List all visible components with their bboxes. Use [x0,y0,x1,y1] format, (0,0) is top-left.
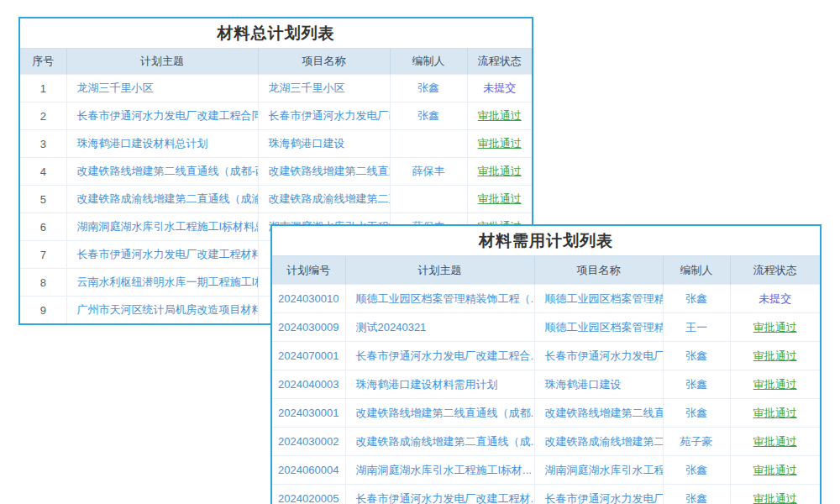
subject-cell[interactable]: 湖南洞庭湖水库引水工程施工I标材料总计划 [66,213,258,241]
plan-code-cell[interactable]: 2024020005 [272,485,345,504]
total-plan-title: 材料总计划列表 [20,18,532,48]
serial-cell: 1 [20,75,66,102]
column-header-editor: 编制人 [390,49,467,75]
status-cell[interactable]: 审批通过 [467,158,532,186]
table-row: 2024030001改建铁路线增建第二线直通线（成都...改建铁路线增建第二线直… [272,399,820,428]
table-row: 2024040003珠海鹤港口建设材料需用计划珠海鹤港口建设张鑫审批通过 [272,370,820,399]
subject-cell[interactable]: 长春市伊通河水力发电厂改建工程合... [345,342,534,370]
editor-cell[interactable]: 张鑫 [663,285,730,313]
editor-cell[interactable]: 苑子豪 [663,428,730,456]
table-row: 4改建铁路线增建第二线直通线（成都-西安）...改建铁路线增建第二线直通线（..… [20,158,532,186]
serial-cell: 3 [20,130,66,158]
status-cell[interactable]: 审批通过 [730,342,820,370]
table-row: 2024030002改建铁路成渝线增建第二直通线（成...改建铁路成渝线增建第二… [272,428,820,456]
status-cell[interactable]: 审批通过 [730,485,820,504]
status-cell[interactable]: 审批通过 [730,313,820,342]
plan-code-cell[interactable]: 2024040003 [272,370,345,399]
project-cell[interactable]: 珠海鹤港口建设 [534,370,663,399]
status-cell[interactable]: 审批通过 [467,186,532,213]
subject-cell[interactable]: 广州市天河区统计局机房改造项目材料总计划 [66,297,258,324]
serial-cell: 7 [20,241,66,269]
project-cell[interactable]: 湖南洞庭湖水库引水工程施工I标 [534,456,663,485]
plan-code-cell[interactable]: 2024030002 [272,428,345,456]
project-cell[interactable]: 改建铁路成渝线增建第二直通线... [258,186,390,213]
project-cell[interactable]: 长春市伊通河水力发电厂改建工程 [534,342,663,370]
editor-cell[interactable]: 张鑫 [663,485,730,504]
demand-plan-panel: 材料需用计划列表 计划编号 计划主题 项目名称 编制人 流程状态 2024030… [270,224,822,504]
subject-cell[interactable]: 长春市伊通河水力发电厂改建工程材... [345,485,534,504]
subject-cell[interactable]: 珠海鹤港口建设材料需用计划 [345,370,534,399]
serial-cell: 6 [20,213,66,241]
editor-cell [390,186,467,213]
plan-code-cell[interactable]: 2024030001 [272,399,345,428]
editor-cell[interactable]: 薛保丰 [390,158,467,186]
subject-cell[interactable]: 龙湖三千里小区 [66,75,258,102]
table-row: 1龙湖三千里小区龙湖三千里小区张鑫未提交 [20,75,532,102]
status-cell[interactable]: 审批通过 [730,399,820,428]
status-cell[interactable]: 审批通过 [467,130,532,158]
column-header-subject: 计划主题 [66,49,258,75]
project-cell[interactable]: 龙湖三千里小区 [258,75,390,102]
column-header-serial: 序号 [20,49,66,75]
demand-plan-header-row: 计划编号 计划主题 项目名称 编制人 流程状态 [272,256,820,285]
column-header-status: 流程状态 [467,49,532,75]
total-plan-header-row: 序号 计划主题 项目名称 编制人 流程状态 [20,49,532,75]
project-cell[interactable]: 改建铁路线增建第二线直通线（成都... [534,399,663,428]
subject-cell[interactable]: 测试20240321 [345,313,534,342]
editor-cell[interactable]: 张鑫 [663,399,730,428]
status-cell[interactable]: 未提交 [730,285,820,313]
table-row: 2024060004湖南洞庭湖水库引水工程施工I标材...湖南洞庭湖水库引水工程… [272,456,820,485]
status-cell[interactable]: 审批通过 [730,370,820,399]
column-header-subject: 计划主题 [345,256,534,285]
subject-cell[interactable]: 改建铁路成渝线增建第二直通线（成渝枢纽... [66,186,258,213]
project-cell[interactable]: 长春市伊通河水力发电厂改建工程 [534,485,663,504]
subject-cell[interactable]: 改建铁路线增建第二线直通线（成都... [345,399,534,428]
editor-cell[interactable]: 张鑫 [663,342,730,370]
editor-cell[interactable]: 张鑫 [390,75,467,102]
serial-cell: 5 [20,186,66,213]
editor-cell[interactable]: 王一 [663,313,730,342]
column-header-status: 流程状态 [730,256,820,285]
table-row: 2024020005长春市伊通河水力发电厂改建工程材...长春市伊通河水力发电厂… [272,485,820,504]
status-cell[interactable]: 审批通过 [467,102,532,130]
table-row: 2024030009测试20240321顺德工业园区档案管理精装饰工程（...王… [272,313,820,342]
project-cell[interactable]: 珠海鹤港口建设 [258,130,390,158]
editor-cell[interactable]: 张鑫 [663,370,730,399]
table-row: 5改建铁路成渝线增建第二直通线（成渝枢纽...改建铁路成渝线增建第二直通线...… [20,186,532,213]
plan-code-cell[interactable]: 2024030009 [272,313,345,342]
editor-cell [390,130,467,158]
subject-cell[interactable]: 改建铁路成渝线增建第二直通线（成... [345,428,534,456]
column-header-plan-code: 计划编号 [272,256,345,285]
column-header-project: 项目名称 [534,256,663,285]
project-cell[interactable]: 长春市伊通河水力发电厂改建工程 [258,102,390,130]
table-row: 2024030010顺德工业园区档案管理精装饰工程（...顺德工业园区档案管理精… [272,285,820,313]
table-row: 3珠海鹤港口建设材料总计划珠海鹤港口建设审批通过 [20,130,532,158]
status-cell[interactable]: 审批通过 [730,428,820,456]
editor-cell[interactable]: 张鑫 [663,456,730,485]
serial-cell: 4 [20,158,66,186]
subject-cell[interactable]: 改建铁路线增建第二线直通线（成都-西安）... [66,158,258,186]
subject-cell[interactable]: 长春市伊通河水力发电厂改建工程材料总计划 [66,241,258,269]
table-row: 2024070001长春市伊通河水力发电厂改建工程合...长春市伊通河水力发电厂… [272,342,820,370]
plan-code-cell[interactable]: 2024030010 [272,285,345,313]
subject-cell[interactable]: 云南水利枢纽潜明水库一期工程施工I标材料... [66,269,258,297]
column-header-project: 项目名称 [258,49,390,75]
subject-cell[interactable]: 珠海鹤港口建设材料总计划 [66,130,258,158]
serial-cell: 8 [20,269,66,297]
subject-cell[interactable]: 湖南洞庭湖水库引水工程施工I标材... [345,456,534,485]
subject-cell[interactable]: 长春市伊通河水力发电厂改建工程合同材料... [66,102,258,130]
editor-cell[interactable]: 张鑫 [390,102,467,130]
subject-cell[interactable]: 顺德工业园区档案管理精装饰工程（... [345,285,534,313]
project-cell[interactable]: 顺德工业园区档案管理精装饰工程（... [534,313,663,342]
project-cell[interactable]: 改建铁路线增建第二线直通线（... [258,158,390,186]
demand-plan-title: 材料需用计划列表 [272,226,820,255]
serial-cell: 2 [20,102,66,130]
status-cell[interactable]: 审批通过 [730,456,820,485]
project-cell[interactable]: 顺德工业园区档案管理精装饰工程（... [534,285,663,313]
serial-cell: 9 [20,297,66,324]
project-cell[interactable]: 改建铁路成渝线增建第二直通线（成... [534,428,663,456]
demand-plan-table: 计划编号 计划主题 项目名称 编制人 流程状态 2024030010顺德工业园区… [272,255,820,504]
plan-code-cell[interactable]: 2024060004 [272,456,345,485]
status-cell[interactable]: 未提交 [467,75,532,102]
plan-code-cell[interactable]: 2024070001 [272,342,345,370]
